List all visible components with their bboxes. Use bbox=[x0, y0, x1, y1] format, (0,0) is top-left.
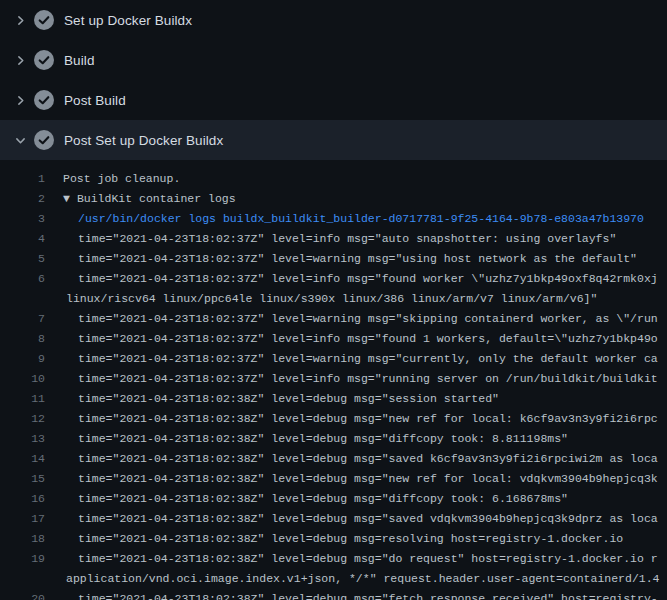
log-line: 5 time="2021-04-23T18:02:37Z" level=warn… bbox=[0, 249, 667, 269]
log-line-number[interactable]: 9 bbox=[0, 349, 45, 369]
log-text: time="2021-04-23T18:02:38Z" level=debug … bbox=[78, 532, 623, 545]
log-line-text: time="2021-04-23T18:02:38Z" level=debug … bbox=[45, 409, 658, 429]
log-text: time="2021-04-23T18:02:38Z" level=debug … bbox=[78, 492, 568, 505]
log-text: linux/riscv64 linux/ppc64le linux/s390x … bbox=[66, 292, 597, 305]
log-line-number[interactable]: 12 bbox=[0, 409, 45, 429]
log-text: time="2021-04-23T18:02:37Z" level=warnin… bbox=[78, 252, 637, 265]
log-line-number[interactable]: 14 bbox=[0, 449, 45, 469]
log-line-number[interactable]: 2 bbox=[0, 189, 45, 209]
step-log-output: 1 Post job cleanup. 2 ▼BuildKit containe… bbox=[0, 160, 667, 600]
log-line-text: time="2021-04-23T18:02:37Z" level=warnin… bbox=[45, 349, 658, 369]
log-line-number[interactable]: 7 bbox=[0, 309, 45, 329]
log-text: application/vnd.oci.image.index.v1+json,… bbox=[66, 572, 660, 585]
log-line: 12 time="2021-04-23T18:02:38Z" level=deb… bbox=[0, 409, 667, 429]
log-text: time="2021-04-23T18:02:38Z" level=debug … bbox=[78, 592, 658, 600]
log-line-number[interactable]: 6 bbox=[0, 269, 45, 289]
step-label: Set up Docker Buildx bbox=[64, 13, 192, 28]
log-command-text: /usr/bin/docker logs buildx_buildkit_bui… bbox=[45, 209, 644, 229]
log-text: time="2021-04-23T18:02:37Z" level=warnin… bbox=[78, 352, 658, 365]
log-line-text: time="2021-04-23T18:02:37Z" level=info m… bbox=[45, 269, 658, 289]
chevron-right-icon bbox=[14, 54, 27, 67]
log-line-text: Post job cleanup. bbox=[45, 169, 180, 189]
log-line: 7 time="2021-04-23T18:02:37Z" level=warn… bbox=[0, 309, 667, 329]
log-text: time="2021-04-23T18:02:38Z" level=debug … bbox=[78, 552, 658, 565]
log-line-number[interactable]: 13 bbox=[0, 429, 45, 449]
log-line: 17 time="2021-04-23T18:02:38Z" level=deb… bbox=[0, 509, 667, 529]
log-group-header[interactable]: 2 ▼BuildKit container logs bbox=[0, 189, 667, 209]
log-line-text: time="2021-04-23T18:02:38Z" level=debug … bbox=[45, 509, 658, 529]
log-line: 16 time="2021-04-23T18:02:38Z" level=deb… bbox=[0, 489, 667, 509]
log-line-text: time="2021-04-23T18:02:37Z" level=info m… bbox=[45, 369, 658, 389]
log-line: 8 time="2021-04-23T18:02:37Z" level=info… bbox=[0, 329, 667, 349]
log-line-text: time="2021-04-23T18:02:37Z" level=warnin… bbox=[45, 309, 658, 329]
chevron-right-icon bbox=[14, 94, 27, 107]
chevron-down-icon bbox=[14, 134, 27, 147]
step-header-post-build[interactable]: Post Build bbox=[0, 80, 667, 120]
log-line-text: time="2021-04-23T18:02:38Z" level=debug … bbox=[45, 449, 658, 469]
log-text: time="2021-04-23T18:02:37Z" level=warnin… bbox=[78, 312, 658, 325]
log-text: time="2021-04-23T18:02:38Z" level=debug … bbox=[78, 472, 658, 485]
step-header-set-up-docker-buildx[interactable]: Set up Docker Buildx bbox=[0, 0, 667, 40]
step-header-build[interactable]: Build bbox=[0, 40, 667, 80]
log-text: /usr/bin/docker logs buildx_buildkit_bui… bbox=[78, 212, 644, 225]
log-line: 14 time="2021-04-23T18:02:38Z" level=deb… bbox=[0, 449, 667, 469]
log-text: time="2021-04-23T18:02:37Z" level=info m… bbox=[78, 272, 658, 285]
log-line-number[interactable]: 5 bbox=[0, 249, 45, 269]
log-line: 18 time="2021-04-23T18:02:38Z" level=deb… bbox=[0, 529, 667, 549]
log-line: 10 time="2021-04-23T18:02:37Z" level=inf… bbox=[0, 369, 667, 389]
log-line-text: time="2021-04-23T18:02:38Z" level=debug … bbox=[45, 469, 658, 489]
log-line-number[interactable]: 3 bbox=[0, 209, 45, 229]
log-group-collapse-icon[interactable]: ▼ bbox=[63, 192, 70, 205]
log-line: application/vnd.oci.image.index.v1+json,… bbox=[0, 569, 667, 589]
log-line: 6 time="2021-04-23T18:02:37Z" level=info… bbox=[0, 269, 667, 289]
log-line-text: time="2021-04-23T18:02:38Z" level=debug … bbox=[45, 549, 658, 569]
log-line-text: time="2021-04-23T18:02:37Z" level=info m… bbox=[45, 229, 616, 249]
log-line: linux/riscv64 linux/ppc64le linux/s390x … bbox=[0, 289, 667, 309]
log-line-text: ▼BuildKit container logs bbox=[45, 189, 236, 209]
log-text: time="2021-04-23T18:02:37Z" level=info m… bbox=[78, 372, 658, 385]
log-line-number[interactable]: 4 bbox=[0, 229, 45, 249]
step-label: Build bbox=[64, 53, 95, 68]
log-line-number[interactable]: 18 bbox=[0, 529, 45, 549]
log-line-text: time="2021-04-23T18:02:37Z" level=info m… bbox=[45, 329, 658, 349]
log-line-text: time="2021-04-23T18:02:38Z" level=debug … bbox=[45, 589, 658, 600]
log-line: 3 /usr/bin/docker logs buildx_buildkit_b… bbox=[0, 209, 667, 229]
log-line: 1 Post job cleanup. bbox=[0, 169, 667, 189]
log-line-number[interactable]: 11 bbox=[0, 389, 45, 409]
log-line-number[interactable]: 10 bbox=[0, 369, 45, 389]
log-line-number[interactable]: 16 bbox=[0, 489, 45, 509]
log-line: 15 time="2021-04-23T18:02:38Z" level=deb… bbox=[0, 469, 667, 489]
log-line-text: time="2021-04-23T18:02:38Z" level=debug … bbox=[45, 529, 623, 549]
log-line: 11 time="2021-04-23T18:02:38Z" level=deb… bbox=[0, 389, 667, 409]
log-text: time="2021-04-23T18:02:38Z" level=debug … bbox=[78, 432, 568, 445]
log-text: time="2021-04-23T18:02:38Z" level=debug … bbox=[78, 412, 658, 425]
workflow-steps-list: Set up Docker Buildx Build Post Build bbox=[0, 0, 667, 160]
log-line-number[interactable]: 15 bbox=[0, 469, 45, 489]
log-line-number[interactable]: 8 bbox=[0, 329, 45, 349]
log-text: time="2021-04-23T18:02:38Z" level=debug … bbox=[78, 452, 658, 465]
log-text: time="2021-04-23T18:02:37Z" level=info m… bbox=[78, 332, 658, 345]
log-line-text: time="2021-04-23T18:02:38Z" level=debug … bbox=[45, 489, 568, 509]
log-line: 9 time="2021-04-23T18:02:37Z" level=warn… bbox=[0, 349, 667, 369]
log-line-number[interactable]: 19 bbox=[0, 549, 45, 569]
step-label: Post Set up Docker Buildx bbox=[64, 133, 223, 148]
check-circle-icon bbox=[34, 50, 54, 70]
log-text: Post job cleanup. bbox=[63, 172, 180, 185]
log-line-number-empty bbox=[0, 289, 45, 309]
log-line-text: time="2021-04-23T18:02:37Z" level=warnin… bbox=[45, 249, 637, 269]
log-line-number[interactable]: 20 bbox=[0, 589, 45, 600]
log-line-text: linux/riscv64 linux/ppc64le linux/s390x … bbox=[45, 289, 597, 309]
log-line: 4 time="2021-04-23T18:02:37Z" level=info… bbox=[0, 229, 667, 249]
check-circle-icon bbox=[34, 130, 54, 150]
log-text: time="2021-04-23T18:02:37Z" level=info m… bbox=[78, 232, 616, 245]
chevron-right-icon bbox=[14, 14, 27, 27]
log-line: 19 time="2021-04-23T18:02:38Z" level=deb… bbox=[0, 549, 667, 569]
check-circle-icon bbox=[34, 90, 54, 110]
step-header-post-set-up-docker-buildx[interactable]: Post Set up Docker Buildx bbox=[0, 120, 667, 160]
step-label: Post Build bbox=[64, 93, 126, 108]
log-line-text: application/vnd.oci.image.index.v1+json,… bbox=[45, 569, 660, 589]
log-text: time="2021-04-23T18:02:38Z" level=debug … bbox=[78, 512, 658, 525]
log-line-number[interactable]: 1 bbox=[0, 169, 45, 189]
log-line-number[interactable]: 17 bbox=[0, 509, 45, 529]
log-line: 20 time="2021-04-23T18:02:38Z" level=deb… bbox=[0, 589, 667, 600]
